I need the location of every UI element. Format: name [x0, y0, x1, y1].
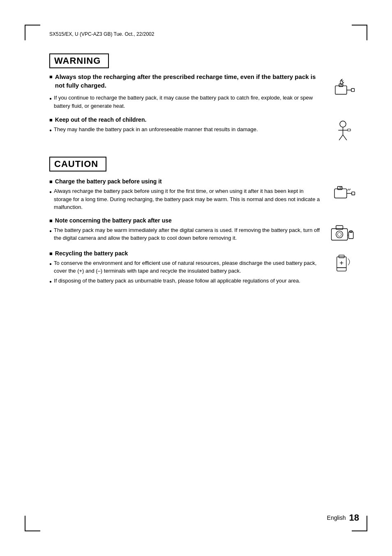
caution-image-recycle	[326, 250, 359, 279]
caution-image-camera	[326, 217, 359, 246]
page: SX515/EX, U (VPC-AZ3 GB) Tue. Oct., 22/2…	[0, 0, 392, 556]
svg-point-4	[340, 121, 346, 127]
children-text: Keep out of the reach of children. They …	[49, 116, 322, 135]
svg-rect-10	[334, 189, 346, 198]
svg-rect-3	[351, 88, 354, 91]
footer-language: English	[327, 514, 346, 521]
charger-icon	[327, 178, 358, 207]
children-content: Keep out of the reach of children. They …	[49, 116, 359, 145]
charge-content: Charge the battery pack before using it …	[49, 178, 359, 213]
recycling-bullet-2: If disposing of the battery pack as unbu…	[49, 277, 322, 285]
footer-page-number: 18	[349, 512, 359, 523]
charge-heading: Charge the battery pack before using it	[49, 178, 322, 185]
caution-box: CAUTION	[49, 157, 106, 171]
charge-bullet-1: Always recharge the battery pack before …	[49, 187, 322, 211]
after-use-bullet-1: The battery pack may be warm immediately…	[49, 226, 322, 242]
warning-bullet-1: If you continue to recharge the battery …	[49, 94, 322, 110]
warning-image-child	[326, 116, 359, 145]
svg-line-16	[349, 189, 350, 190]
recycling-bullet-1: To conserve the environment and for effi…	[49, 259, 322, 275]
caution-subsection-recycling: Recycling the battery pack To conserve t…	[49, 250, 359, 287]
svg-line-7	[339, 135, 343, 140]
svg-rect-25	[339, 255, 344, 258]
warning-section: WARNING Always stop the recharging after…	[49, 53, 359, 145]
warning-image-fire	[326, 72, 359, 101]
warning-subsection-children: Keep out of the reach of children. They …	[49, 116, 359, 145]
fire-battery-icon	[327, 72, 358, 101]
warning-text: Always stop the recharging after the pre…	[49, 72, 322, 111]
svg-rect-9	[347, 129, 350, 131]
recycle-battery-icon	[327, 250, 358, 279]
camera-battery-icon	[327, 217, 358, 246]
svg-rect-0	[335, 86, 346, 95]
warning-label: WARNING	[54, 56, 101, 66]
svg-rect-17	[331, 229, 347, 240]
caution-section: CAUTION Charge the battery pack before u…	[49, 157, 359, 286]
svg-line-8	[343, 135, 346, 140]
recycling-text: Recycling the battery pack To conserve t…	[49, 250, 322, 287]
corner-mark-bottom-left	[25, 516, 40, 531]
recycling-heading: Recycling the battery pack	[49, 250, 322, 257]
svg-line-15	[347, 189, 349, 190]
after-use-text: Note concerning the battery pack after u…	[49, 217, 322, 244]
child-battery-icon	[327, 116, 358, 145]
header-text: SX515/EX, U (VPC-AZ3 GB) Tue. Oct., 22/2…	[49, 31, 154, 37]
footer: English 18	[327, 512, 359, 523]
children-bullet-1: They may handle the battery pack in an u…	[49, 125, 322, 134]
caution-subsection-charge: Charge the battery pack before using it …	[49, 178, 359, 213]
caution-image-charger	[326, 178, 359, 207]
corner-mark-top-right	[352, 25, 367, 40]
warning-main-content: Always stop the recharging after the pre…	[49, 72, 359, 111]
corner-mark-top-left	[25, 25, 40, 40]
after-use-content: Note concerning the battery pack after u…	[49, 217, 359, 246]
svg-point-20	[337, 232, 341, 236]
warning-main-heading: Always stop the recharging after the pre…	[49, 72, 322, 90]
children-heading: Keep out of the reach of children.	[49, 116, 322, 123]
after-use-heading: Note concerning the battery pack after u…	[49, 217, 322, 224]
warning-box: WARNING	[49, 53, 109, 68]
content: WARNING Always stop the recharging after…	[49, 53, 359, 507]
caution-subsection-after-use: Note concerning the battery pack after u…	[49, 217, 359, 246]
svg-point-19	[336, 231, 343, 238]
charge-text: Charge the battery pack before using it …	[49, 178, 322, 213]
recycling-content: Recycling the battery pack To conserve t…	[49, 250, 359, 287]
svg-rect-14	[351, 192, 354, 195]
caution-label: CAUTION	[54, 159, 98, 169]
